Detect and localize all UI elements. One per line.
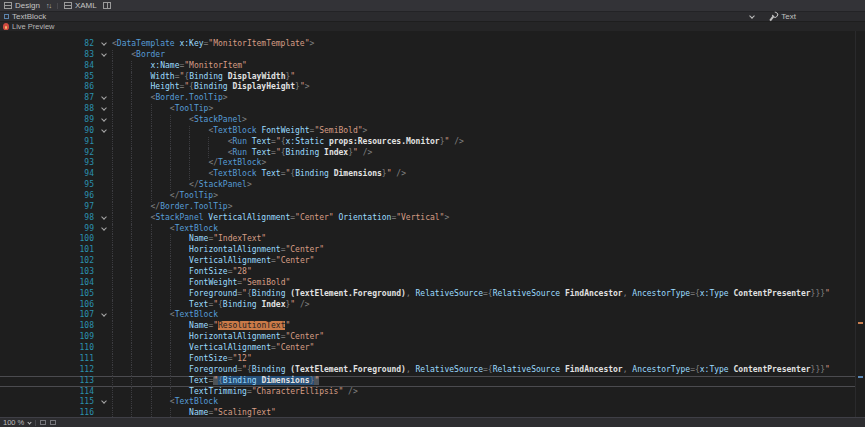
code-line[interactable]: 90<TextBlock FontWeight="SemiBold"> [0,126,865,137]
line-number[interactable]: 93 [0,158,96,169]
code-line[interactable]: 99<TextBlock [0,224,865,235]
code-line[interactable]: 113Text="{Binding Dimensions}" [0,376,865,387]
fold-chevron-icon[interactable] [96,213,112,224]
line-number[interactable]: 90 [0,126,96,137]
code-line-text[interactable]: <TextBlock [112,310,865,321]
line-number[interactable]: 106 [0,300,96,311]
fold-chevron-icon[interactable] [96,126,112,137]
line-number[interactable]: 83 [0,50,96,61]
code-line-text[interactable]: <Border [112,50,865,61]
code-line-text[interactable]: VerticalAlignment="Center" [112,256,865,267]
code-line-text[interactable]: Foreground="{Binding (TextElement.Foregr… [112,289,865,300]
line-number[interactable]: 89 [0,115,96,126]
line-number[interactable]: 98 [0,213,96,224]
code-line[interactable]: 82<DataTemplate x:Key="MonitorItemTempla… [0,39,865,50]
code-line-text[interactable]: Name="ScalingText" [112,408,865,417]
code-line[interactable]: 93</TextBlock> [0,158,865,169]
snap-toggle-icon[interactable] [50,420,56,425]
code-line-text[interactable]: TextTrimming="CharacterEllipsis" /> [112,387,865,398]
code-line[interactable]: 98<StackPanel VerticalAlignment="Center"… [0,213,865,224]
fold-chevron-icon[interactable] [96,224,112,235]
code-line-text[interactable]: <TextBlock [112,397,865,408]
code-line[interactable]: 103FontSize="28" [0,267,865,278]
code-line[interactable]: 91<Run Text="{x:Static props:Resources.M… [0,137,865,148]
code-line-text[interactable]: Name="ResolutionText" [112,321,865,332]
code-line[interactable]: 104FontWeight="SemiBold" [0,278,865,289]
chevron-down-icon[interactable] [749,13,755,19]
line-number[interactable]: 91 [0,137,96,148]
code-line[interactable]: 102VerticalAlignment="Center" [0,256,865,267]
code-line-text[interactable]: Width="{Binding DisplayWidth}" [112,72,865,83]
line-number[interactable]: 88 [0,104,96,115]
line-number[interactable]: 110 [0,343,96,354]
fold-chevron-icon[interactable] [96,93,112,104]
code-line-text[interactable]: HorizontalAlignment="Center" [112,332,865,343]
grid-toggle-icon[interactable] [40,420,46,425]
code-line[interactable]: 109HorizontalAlignment="Center" [0,332,865,343]
code-line-text[interactable]: Height="{Binding DisplayHeight}"> [112,82,865,93]
code-line[interactable]: 111FontSize="12" [0,354,865,365]
line-number[interactable]: 109 [0,332,96,343]
code-line[interactable]: 116Name="ScalingText" [0,408,865,417]
line-number[interactable]: 114 [0,387,96,398]
line-number[interactable]: 84 [0,61,96,72]
swap-panes-icon[interactable]: ↑↓ [46,2,51,9]
line-number[interactable]: 99 [0,224,96,235]
code-line-text[interactable]: <TextBlock [112,224,865,235]
code-line[interactable]: 86Height="{Binding DisplayHeight}"> [0,82,865,93]
fold-chevron-icon[interactable] [96,50,112,61]
code-line[interactable]: 95</StackPanel> [0,180,865,191]
line-number[interactable]: 107 [0,310,96,321]
live-preview-label[interactable]: Live Preview [12,22,55,31]
code-line[interactable]: 89<StackPanel> [0,115,865,126]
tab-design[interactable]: Design [4,1,40,10]
code-line[interactable]: 96</ToolTip> [0,191,865,202]
code-line-text[interactable]: Text="{Binding Dimensions}" [112,376,865,387]
line-number[interactable]: 111 [0,354,96,365]
code-line-text[interactable]: </ToolTip> [112,191,865,202]
code-line-text[interactable]: <DataTemplate x:Key="MonitorItemTemplate… [112,39,865,50]
code-line-text[interactable]: <Run Text="{Binding Index}" /> [112,148,865,159]
line-number[interactable]: 94 [0,169,96,180]
code-line-text[interactable]: <StackPanel VerticalAlignment="Center" O… [112,213,865,224]
code-line-text[interactable]: </TextBlock> [112,158,865,169]
line-number[interactable]: 101 [0,245,96,256]
code-line[interactable]: 92<Run Text="{Binding Index}" /> [0,148,865,159]
code-line[interactable]: 112Foreground="{Binding (TextElement.For… [0,365,865,376]
code-line-text[interactable]: FontSize="12" [112,354,865,365]
zoom-chevron-icon[interactable] [28,420,32,424]
code-line-text[interactable]: Name="IndexText" [112,234,865,245]
code-line[interactable]: 88<ToolTip> [0,104,865,115]
line-number[interactable]: 112 [0,365,96,376]
line-number[interactable]: 113 [0,376,96,387]
code-line-text[interactable]: Text="{Binding Index}" /> [112,300,865,311]
code-line-text[interactable]: HorizontalAlignment="Center" [112,245,865,256]
code-line[interactable]: 84x:Name="MonitorItem" [0,61,865,72]
tab-xaml[interactable]: XAML [64,1,97,10]
breadcrumb-element[interactable]: TextBlock [12,12,46,21]
code-line[interactable]: 107<TextBlock [0,310,865,321]
fold-chevron-icon[interactable] [96,310,112,321]
code-line-text[interactable]: x:Name="MonitorItem" [112,61,865,72]
code-line[interactable]: 87<Border.ToolTip> [0,93,865,104]
line-number[interactable]: 85 [0,72,96,83]
code-line-text[interactable]: <StackPanel> [112,115,865,126]
line-number[interactable]: 96 [0,191,96,202]
code-line-text[interactable]: <TextBlock Text="{Binding Dimensions}" /… [112,169,865,180]
fold-chevron-icon[interactable] [96,39,112,50]
line-number[interactable]: 115 [0,397,96,408]
line-number[interactable]: 116 [0,408,96,417]
code-line-text[interactable]: <ToolTip> [112,104,865,115]
code-line[interactable]: 114TextTrimming="CharacterEllipsis" /> [0,387,865,398]
code-line-text[interactable]: VerticalAlignment="Center" [112,343,865,354]
code-line-text[interactable]: </StackPanel> [112,180,865,191]
code-line[interactable]: 101HorizontalAlignment="Center" [0,245,865,256]
code-line-text[interactable]: <Run Text="{x:Static props:Resources.Mon… [112,137,865,148]
fold-chevron-icon[interactable] [96,115,112,126]
line-number[interactable]: 105 [0,289,96,300]
code-line[interactable]: 106Text="{Binding Index}" /> [0,300,865,311]
code-line[interactable]: 94<TextBlock Text="{Binding Dimensions}"… [0,169,865,180]
split-view-icon[interactable] [103,2,111,9]
code-line-text[interactable]: </Border.ToolTip> [112,202,865,213]
line-number[interactable]: 104 [0,278,96,289]
